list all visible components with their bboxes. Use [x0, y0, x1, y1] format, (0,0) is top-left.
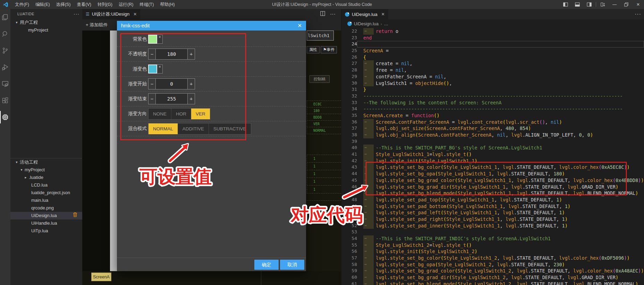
dialog-header[interactable]: hmk-css-edit ✕ [117, 21, 306, 31]
code-area[interactable]: 22→return o23end2425ScreenA = 26{27→crea… [341, 28, 644, 285]
menu-编辑E[interactable]: 编辑(E) [32, 0, 53, 9]
sidebar-item-UiDesign.lua[interactable]: UiDesign.lua [10, 212, 82, 219]
split-editor-icon[interactable] [320, 11, 325, 17]
menu-查看V[interactable]: 查看(V) [74, 0, 94, 9]
sidebar-item-LCD.lua[interactable]: LCD.lua [10, 181, 82, 189]
delete-file-icon[interactable] [73, 212, 77, 219]
code-line-35: 35ScreenA.create = function() [341, 112, 644, 119]
line-content: →--This is the SWITCH_PART_BG's style of… [357, 145, 644, 151]
panel-tab-属性[interactable]: 属性 [307, 46, 320, 53]
breadcrumb-symbol[interactable]: … [384, 21, 389, 26]
more-actions-icon[interactable]: ··· [330, 11, 336, 17]
line-content: →lvgl.style_set_bg_opa(Style_LvglSwitch1… [357, 171, 644, 177]
color-clear-icon[interactable]: ✕ [157, 64, 163, 74]
segment-option-hor[interactable]: HOR [171, 109, 191, 119]
confirm-button[interactable]: 确定 [254, 260, 279, 270]
sidebar-item-luatide_project.json[interactable]: luatide_project.json [10, 189, 82, 197]
minimize-icon[interactable]: — [609, 0, 620, 9]
controls-separator [596, 2, 596, 7]
sidebar-more-actions[interactable]: ··· [74, 11, 79, 17]
segment-option-additive[interactable]: ADDITIVE [178, 123, 209, 134]
sidebar-item-qrcode.png[interactable]: qrcode.png [10, 204, 82, 212]
menu-运行R[interactable]: 运行(R) [116, 0, 136, 9]
color-swatch[interactable] [148, 64, 157, 74]
remote-explorer-icon[interactable] [0, 76, 10, 92]
sidebar-item-main.lua[interactable]: main.lua [10, 197, 82, 204]
sidebar-item-活动工程[interactable]: ▾活动工程 [10, 158, 82, 166]
segment-option-ver[interactable]: VER [191, 109, 210, 119]
menu-转到G[interactable]: 转到(G) [94, 0, 116, 9]
dialog-close-icon[interactable]: ✕ [297, 23, 302, 29]
restore-icon[interactable] [620, 0, 632, 9]
dialog-footer: 确定 取消 [117, 258, 306, 271]
designer-screen-canvas-edge [110, 31, 117, 271]
sidebar-item-用户工程[interactable]: ▾用户工程 [10, 19, 82, 26]
lua-file-icon [347, 21, 352, 26]
explorer-icon[interactable] [0, 9, 10, 26]
tab-close-icon[interactable]: ✕ [133, 12, 137, 17]
line-content: →Style_LvglSwitch1_2=lvgl.style_t() [357, 242, 644, 249]
sidebar-item-UiTp.lua[interactable]: UiTp.lua [10, 227, 82, 235]
layout-panel-bottom-icon[interactable] [571, 0, 583, 9]
segmented-control: NONEHORVER [148, 108, 210, 120]
window-controls: —✕ [560, 0, 644, 9]
item-label: UiHandle.lua [31, 219, 57, 227]
panel-tab-事件[interactable]: ⚑事件 [321, 46, 337, 53]
run-debug-icon[interactable] [0, 59, 10, 76]
add-component-button[interactable]: + 添加组件 [86, 22, 108, 28]
tab-close-icon[interactable]: ✕ [381, 12, 385, 17]
item-label: LCD.lua [31, 181, 48, 189]
search-icon[interactable] [0, 26, 10, 42]
segment-option-none[interactable]: NONE [149, 109, 171, 119]
menu-帮助H[interactable]: 帮助(H) [157, 0, 178, 9]
line-content: →lvgl.style_set_pad_top(Style_LvglSwitch… [357, 197, 644, 203]
increment-button[interactable]: + [188, 94, 195, 104]
source-control-icon[interactable] [0, 42, 10, 59]
layout-sidebar-left-icon[interactable] [560, 0, 571, 9]
code-line-55: 55→Style_LvglSwitch1_2=lvgl.style_t() [341, 242, 644, 249]
cancel-button[interactable]: 取消 [280, 260, 304, 270]
table-row: 1 [307, 185, 341, 193]
segment-option-subtractive[interactable]: SUBTRACTIVE [209, 123, 251, 134]
increment-button[interactable]: + [188, 79, 195, 89]
line-number: 47 [341, 190, 357, 197]
close-icon[interactable]: ✕ [632, 0, 644, 9]
color-clear-icon[interactable]: ✕ [157, 35, 163, 44]
line-content: →--This is the SWITCH_PART_INDIC's style… [357, 235, 644, 242]
sidebar-item-myProject[interactable]: ▾myProject [10, 166, 82, 174]
line-number: 49 [341, 203, 357, 210]
extensions-icon[interactable] [0, 92, 10, 109]
sidebar-item-.luatide[interactable]: ▸.luatide [10, 174, 82, 181]
sidebar-item-myProject[interactable]: myProject [10, 26, 82, 34]
item-label: qrcode.png [31, 204, 54, 212]
chevron-down-icon: ▾ [15, 19, 19, 26]
line-number: 44 [341, 171, 357, 177]
decrement-button[interactable]: − [149, 94, 155, 104]
line-content [357, 41, 644, 48]
customize-layout-icon[interactable] [597, 0, 609, 9]
tab-uidesign-lua[interactable]: UiDesign.lua ✕ [341, 9, 388, 19]
decrement-button[interactable]: − [149, 79, 155, 89]
menu-文件F[interactable]: 文件(F) [12, 0, 32, 9]
line-content: →lvgl.style_set_pad_right(Style_LvglSwit… [357, 216, 644, 223]
decrement-button[interactable]: − [149, 49, 155, 59]
menu-终端T[interactable]: 终端(T) [136, 0, 157, 9]
increment-button[interactable]: + [188, 49, 195, 59]
segment-option-normal[interactable]: NORMAL [149, 123, 178, 134]
object-name-input[interactable]: lSwitch1 [307, 31, 334, 41]
tab-ui-designer[interactable]: ☰ UI设计器:UiDesign ✕ [82, 9, 140, 19]
color-swatch[interactable] [148, 35, 157, 44]
control-handle-button[interactable]: 控制柄 [310, 75, 330, 83]
breadcrumb[interactable]: UiDesign.lua › … [341, 19, 644, 28]
screen-tab-screena[interactable]: ScreenA [91, 273, 111, 281]
designer-tab-bar: ☰ UI设计器:UiDesign ✕ ··· [82, 9, 341, 19]
luatide-chip-icon[interactable] [0, 109, 10, 126]
editor-more-actions[interactable]: ··· [635, 9, 641, 19]
item-label: main.lua [31, 197, 48, 204]
designer-bottom-area [82, 271, 341, 285]
menu-选择S[interactable]: 选择(S) [53, 0, 74, 9]
breadcrumb-file[interactable]: UiDesign.lua [354, 21, 379, 26]
line-content: →lvgl.style_set_bg_blend_mode(Style_Lvgl… [357, 281, 644, 285]
layout-sidebar-right-icon[interactable] [583, 0, 595, 9]
sidebar-item-UiHandle.lua[interactable]: UiHandle.lua [10, 219, 82, 227]
